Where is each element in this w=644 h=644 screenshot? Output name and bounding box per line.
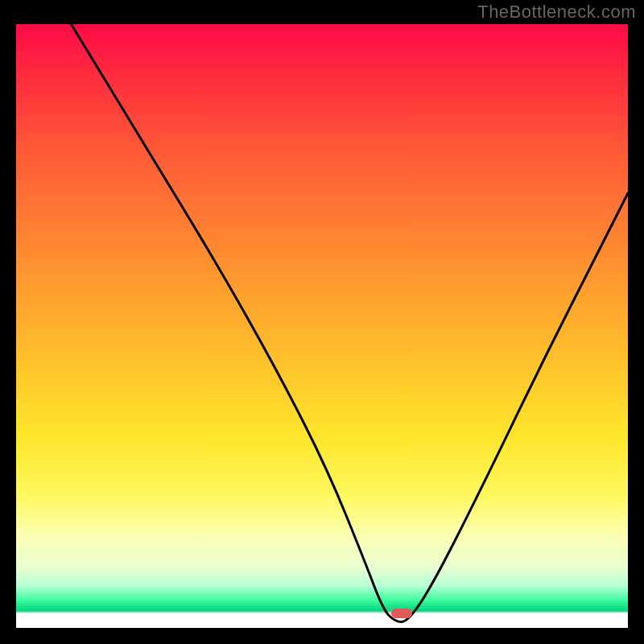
bottleneck-curve <box>16 24 628 628</box>
chart-frame: TheBottleneck.com <box>0 0 644 644</box>
plot-area <box>16 24 628 628</box>
optimum-marker <box>391 609 412 618</box>
watermark-text: TheBottleneck.com <box>477 2 636 23</box>
